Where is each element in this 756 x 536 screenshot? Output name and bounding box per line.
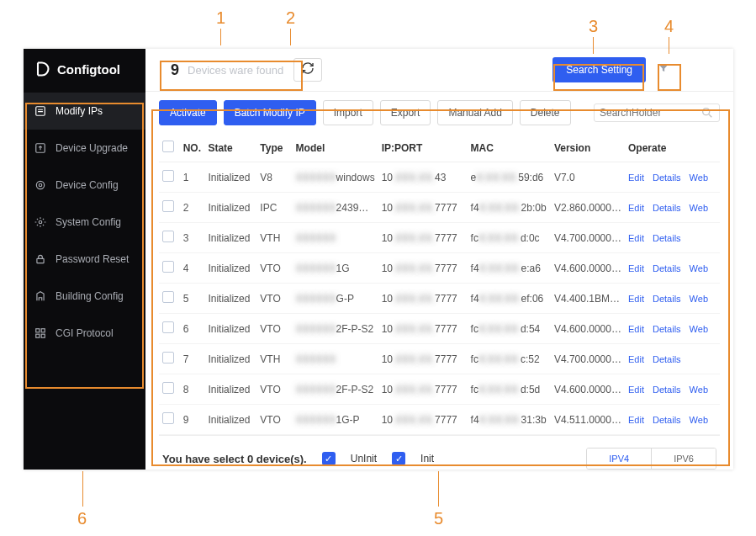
svg-rect-6: [36, 329, 40, 332]
cell-ipport: 10.XXX.XX.7777: [378, 344, 468, 374]
row-checkbox[interactable]: [162, 261, 174, 273]
callout-4: 4: [664, 17, 674, 36]
web-link[interactable]: Web: [690, 415, 708, 425]
edit-link[interactable]: Edit: [628, 203, 644, 213]
web-link[interactable]: Web: [690, 385, 708, 395]
sidebar-item-system-config[interactable]: System Config: [24, 204, 145, 241]
brand-logo-icon: [34, 61, 50, 77]
select-all-checkbox[interactable]: [162, 141, 174, 152]
manual-add-button[interactable]: Manual Add: [437, 100, 512, 125]
import-button[interactable]: Import: [323, 100, 373, 125]
row-checkbox[interactable]: [162, 412, 174, 424]
sidebar-item-label: CGI Protocol: [56, 327, 114, 339]
uninit-label: UnInit: [351, 453, 377, 464]
edit-link[interactable]: Edit: [628, 324, 644, 334]
row-checkbox[interactable]: [162, 200, 174, 212]
svg-point-10: [703, 109, 710, 115]
cell-version: V4.700.0000…: [551, 223, 625, 253]
edit-link[interactable]: Edit: [628, 233, 644, 243]
close-button[interactable]: [706, 62, 722, 77]
cell-mac: f4X:XX:XX:e:a6: [468, 253, 551, 284]
sidebar-item-label: Password Reset: [56, 253, 129, 265]
web-link[interactable]: Web: [690, 294, 708, 304]
init-checkbox[interactable]: ✓: [392, 452, 405, 465]
table-row: 8InitializedVTOXXXXXX2F-P-S210.XXX.XX.77…: [159, 374, 720, 405]
refresh-icon: [301, 61, 315, 78]
refresh-button[interactable]: [293, 58, 322, 82]
cell-version: V7.0: [551, 162, 625, 193]
details-link[interactable]: Details: [653, 263, 681, 273]
cell-mac: f4X:XX:XX:ef:06: [468, 284, 551, 314]
details-link[interactable]: Details: [653, 415, 681, 425]
row-checkbox[interactable]: [162, 170, 174, 182]
edit-link[interactable]: Edit: [628, 263, 644, 273]
row-checkbox[interactable]: [162, 291, 174, 303]
cell-model: XXXXXXG-P: [293, 284, 378, 314]
row-checkbox[interactable]: [162, 382, 174, 394]
edit-link[interactable]: Edit: [628, 415, 644, 425]
filter-toggle[interactable]: [654, 61, 673, 79]
device-count: 9: [171, 61, 179, 79]
delete-button[interactable]: Delete: [520, 100, 571, 125]
callout-5: 5: [434, 509, 443, 528]
details-link[interactable]: Details: [653, 354, 681, 364]
details-link[interactable]: Details: [653, 385, 681, 395]
ipv4-button[interactable]: IPV4: [587, 448, 652, 469]
row-checkbox[interactable]: [162, 352, 174, 364]
edit-link[interactable]: Edit: [628, 172, 644, 183]
cell-state: Initialized: [204, 344, 256, 374]
row-checkbox[interactable]: [162, 321, 174, 333]
web-link[interactable]: Web: [690, 203, 708, 213]
callout-line: [669, 37, 669, 54]
edit-link[interactable]: Edit: [628, 354, 644, 364]
cell-version: V4.400.1BM…: [551, 284, 625, 314]
selected-count-msg: You have select 0 device(s).: [162, 453, 307, 465]
edit-link[interactable]: Edit: [628, 385, 644, 395]
brand-name: Configtool: [57, 62, 120, 77]
edit-link[interactable]: Edit: [628, 294, 644, 304]
cell-type: VTH: [256, 223, 292, 253]
export-button[interactable]: Export: [380, 100, 431, 125]
sidebar-item-device-config[interactable]: Device Config: [24, 167, 145, 204]
th-mac: MAC: [468, 134, 551, 162]
svg-point-3: [39, 183, 42, 187]
table-row: 9InitializedVTOXXXXXX1G-P10.XXX.XX.7777f…: [159, 405, 720, 435]
details-link[interactable]: Details: [653, 203, 681, 213]
cell-operate: EditDetailsWeb: [625, 284, 720, 314]
sidebar-item-password-reset[interactable]: Password Reset: [24, 241, 145, 278]
uninit-checkbox[interactable]: ✓: [322, 452, 336, 465]
search-input[interactable]: [600, 107, 700, 119]
web-link[interactable]: Web: [690, 172, 708, 183]
cell-mac: fcX:XX:XX:c:52: [468, 344, 551, 374]
device-count-block: 9 Devices ware found: [171, 61, 288, 79]
ipv6-button[interactable]: IPV6: [652, 448, 716, 469]
sidebar-item-device-upgrade[interactable]: Device Upgrade: [24, 130, 145, 167]
cell-version: V2.860.0000…: [551, 193, 625, 223]
sidebar-item-modify-ips[interactable]: Modify IPs: [24, 93, 145, 130]
cell-model: XXXXXXwindows: [293, 162, 378, 193]
web-link[interactable]: Web: [690, 263, 708, 273]
sidebar-item-cgi-protocol[interactable]: CGI Protocol: [24, 315, 145, 352]
cell-mac: f4X:XX:XX:31:3b: [468, 405, 551, 435]
cell-mac: fcX:XX:XX:d:5d: [468, 374, 551, 405]
details-link[interactable]: Details: [653, 172, 681, 183]
sidebar-item-building-config[interactable]: Building Config: [24, 278, 145, 315]
device-table: NO. State Type Model IP:PORT MAC Version…: [159, 134, 720, 435]
table-row: 3InitializedVTHXXXXXX10.XXX.XX.7777fcX:X…: [159, 223, 720, 253]
minimize-button[interactable]: [686, 62, 701, 77]
web-link[interactable]: Web: [690, 324, 708, 334]
activate-button[interactable]: Activate: [159, 100, 217, 125]
cell-state: Initialized: [204, 223, 256, 253]
details-link[interactable]: Details: [653, 233, 681, 243]
search-icon[interactable]: [700, 106, 714, 119]
sidebar-item-label: System Config: [56, 216, 121, 228]
details-link[interactable]: Details: [653, 324, 681, 334]
cell-version: V4.600.0000…: [551, 374, 625, 405]
row-checkbox[interactable]: [162, 231, 174, 242]
batch-modify-ip-button[interactable]: Batch Modify IP: [224, 100, 316, 125]
cell-type: IPC: [256, 193, 292, 223]
lock-icon: [34, 252, 47, 266]
search-setting-button[interactable]: Search Setting: [552, 57, 646, 82]
cell-mac: fcX:XX:XX:d:0c: [468, 223, 551, 253]
details-link[interactable]: Details: [653, 294, 681, 304]
